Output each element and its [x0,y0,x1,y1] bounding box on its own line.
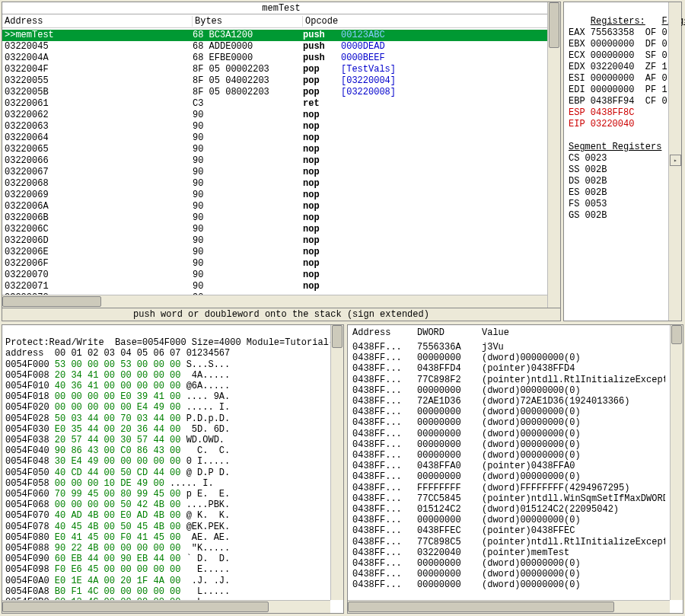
hex-row[interactable]: 0054F020 00 00 00 00 00 E4 49 00 ..... I… [5,402,327,413]
stack-row[interactable]: 0438FF...77C898F2(pointer)ntdll.RtlIniti… [352,375,665,385]
hex-row[interactable]: 0054F0A0 E0 1E 4A 00 20 1F 4A 00 .J. .J. [5,576,327,586]
hex-row[interactable]: 0054F0A8 B0 F1 4C 00 00 00 00 00 L..... [5,586,327,597]
disasm-row[interactable]: 0322007090nop [2,270,547,281]
vscroll[interactable] [547,2,560,308]
hscroll[interactable] [2,600,330,613]
stack-row[interactable]: 0438FF...0438FFEC(pointer)0438FFEC [352,525,665,536]
hscroll[interactable] [348,600,670,613]
disasm-row[interactable]: 03220061C3ret [2,98,547,110]
disasm-row[interactable]: 0322005B8F 05 08002203pop[03220008] [2,87,547,98]
hex-row[interactable]: 0054F050 40 CD 44 00 50 CD 44 00 @ D.P D… [5,468,327,478]
hex-row[interactable]: 0054F078 40 45 4B 00 50 45 4B 00 @EK.PEK… [5,522,327,532]
disasm-row[interactable]: 0322006C90nop [2,224,547,235]
stack-row[interactable]: 0438FF...00000000(dword)00000000(0) [352,569,665,579]
scroll-right-icon[interactable]: ▸ [670,155,681,166]
stack-header: Address DWORD Value [348,325,683,338]
hex-row[interactable]: 0054F070 40 AD 4B 00 E0 AD 4B 00 @ K. K. [5,510,327,521]
hex-row[interactable]: 0054F090 60 EB 44 00 90 EB 44 00 ` D. D. [5,554,327,564]
hex-row[interactable]: 0054F088 90 22 4B 00 00 00 00 00 "K..... [5,543,327,554]
stack-row[interactable]: 0438FF...7556336Aj3Vu [352,342,665,353]
stack-row[interactable]: 0438FF...00000000(dword)00000000(0) [352,417,665,428]
disasm-row[interactable]: 0322006590nop [2,144,547,155]
stack-row[interactable]: 0438FF...00000000(dword)00000000(0) [352,515,665,525]
hex-row[interactable]: 0054F060 70 99 45 00 80 99 45 00 p E. E. [5,489,327,500]
stack-row[interactable]: 0438FF...00000000(dword)00000000(0) [352,353,665,363]
stack-row[interactable]: 0438FF...FFFFFFFF(dword)FFFFFFFF(4294967… [352,483,665,493]
hex-row[interactable]: 0054F030 E0 35 44 00 20 36 44 00 5D. 6D. [5,424,327,435]
col-value[interactable]: Value [482,327,509,338]
disasm-row[interactable]: 0322006A90nop [2,201,547,212]
stack-row[interactable]: 0438FF...00000000(dword)00000000(0) [352,385,665,396]
stack-rows[interactable]: 0438FF...7556336Aj3Vu0438FF...00000000(d… [348,342,670,600]
registers-pane[interactable]: Registers: Flags EAX 75563358 OF 0EBX 00… [563,2,682,321]
stack-row[interactable]: 0438FF...015124C2(dword)015124C2(2209504… [352,504,665,515]
stack-row[interactable]: 0438FF...00000000(dword)00000000(0) [352,579,665,590]
vscroll[interactable]: ▸ [668,2,681,321]
hex-row[interactable]: 0054F048 30 E4 49 00 00 00 00 00 0 I....… [5,456,327,467]
hex-row[interactable]: 0054F080 E0 41 45 00 F0 41 45 00 AE. AE. [5,532,327,543]
seg-line: CS 0023 [569,153,664,164]
reg-line: EBX 00000000 DF 0 [569,39,664,50]
disasm-row[interactable]: 032200558F 05 04002203pop[03220004] [2,75,547,87]
stack-row[interactable]: 0438FF...03220040(pointer)memTest [352,547,665,558]
hex-row[interactable]: 0054F018 00 00 00 00 E0 39 41 00 .... 9A… [5,391,327,402]
seg-line: GS 002B [569,210,664,222]
hex-row[interactable]: 0054F068 00 00 00 00 50 42 4B 00 ....PBK… [5,500,327,510]
registers-body: Registers: Flags EAX 75563358 OF 0EBX 00… [564,2,668,321]
disasm-header-row: Address Bytes Opcode [2,14,560,28]
vscroll[interactable] [330,325,343,600]
disasm-row[interactable]: 0322004F8F 05 00002203pop[TestVals] [2,64,547,75]
disasm-row[interactable]: 0322006490nop [2,132,547,144]
reg-line: EDX 03220040 ZF 1 [569,62,664,73]
disasm-row[interactable]: 0322006B90nop [2,212,547,224]
hex-row[interactable]: 0054F040 90 86 43 00 C0 86 43 00 C. C. [5,445,327,456]
disasm-row[interactable]: 0322006D90nop [2,235,547,247]
disasm-row[interactable]: 0322006E90nop [2,247,547,258]
disasm-row[interactable]: 0322004568 ADDE0000push0000DEAD [2,41,547,53]
disasm-row[interactable]: >>memTest68 BC3A1200push00123ABC [2,30,547,41]
hex-row[interactable]: 0054F008 20 34 41 00 00 00 00 00 4A..... [5,370,327,381]
stack-row[interactable]: 0438FF...77C898C5(pointer)ntdll.RtlIniti… [352,537,665,547]
hex-row[interactable]: 0054F010 40 36 41 00 00 00 00 00 @6A....… [5,381,327,391]
stack-row[interactable]: 0438FF...0438FFD4(pointer)0438FFD4 [352,363,665,374]
seg-header: Segment Registers [569,142,661,152]
stack-row[interactable]: 0438FF...00000000(dword)00000000(0) [352,407,665,417]
col-opcode[interactable]: Opcode [303,16,560,27]
stack-row[interactable]: 0438FF...77CC5845(pointer)ntdll.WinSqmSe… [352,493,665,504]
stack-row[interactable]: 0438FF...00000000(dword)00000000(0) [352,471,665,482]
stack-row[interactable]: 0438FF...00000000(dword)00000000(0) [352,558,665,569]
disasm-row[interactable]: 0322004A68 EFBE0000push0000BEEF [2,53,547,64]
disassembly-pane[interactable]: memTest Address Bytes Opcode >>memTest68… [2,2,561,321]
col-dword[interactable]: DWORD [417,327,482,338]
hex-row[interactable]: 0054F098 F0 E6 45 00 00 00 00 00 E..... [5,564,327,575]
disasm-row[interactable]: 0322006290nop [2,110,547,121]
stack-pane[interactable]: Address DWORD Value 0438FF...7556336Aj3V… [347,324,683,614]
disasm-row[interactable]: 0322006990nop [2,190,547,201]
seg-line: ES 002B [569,187,664,199]
hex-row[interactable]: 0054F058 00 00 00 10 DE 49 00 ..... I. [5,478,327,489]
col-address[interactable]: Address [2,16,193,27]
col-bytes[interactable]: Bytes [193,16,303,27]
hex-row[interactable]: 0054F028 50 03 44 00 70 03 44 00 P.D.p.D… [5,413,327,424]
disasm-row[interactable]: 0322007190nop [2,281,547,292]
disasm-row[interactable]: 0322006690nop [2,155,547,167]
disasm-row[interactable]: 0322006F90nop [2,258,547,270]
disasm-row[interactable]: 0322006390nop [2,121,547,132]
hexdump-pane[interactable]: Protect:Read/Write Base=0054F000 Size=40… [2,324,344,614]
hex-row[interactable]: 0054F038 20 57 44 00 30 57 44 00 WD.OWD. [5,435,327,445]
disasm-rows[interactable]: >>memTest68 BC3A1200push00123ABC03220045… [2,30,547,308]
hex-row[interactable]: 0054F000 53 00 00 00 53 00 00 00 S...S..… [5,359,327,370]
col-address[interactable]: Address [352,327,417,338]
disasm-row[interactable]: 0322006790nop [2,167,547,178]
seg-line: FS 0053 [569,199,664,210]
stack-row[interactable]: 0438FF...00000000(dword)00000000(0) [352,450,665,461]
stack-row[interactable]: 0438FF...00000000(dword)00000000(0) [352,439,665,450]
stack-row[interactable]: 0438FF...72AE1D36(dword)72AE1D36(1924013… [352,396,665,407]
stack-row[interactable]: 0438FF...0438FFA0(pointer)0438FFA0 [352,461,665,471]
disasm-row[interactable]: 0322006890nop [2,178,547,190]
hscroll[interactable] [2,295,547,308]
seg-line: DS 002B [569,176,664,187]
stack-row[interactable]: 0438FF...00000000(dword)00000000(0) [352,429,665,439]
disasm-title: memTest [2,2,560,14]
vscroll[interactable] [670,325,683,600]
